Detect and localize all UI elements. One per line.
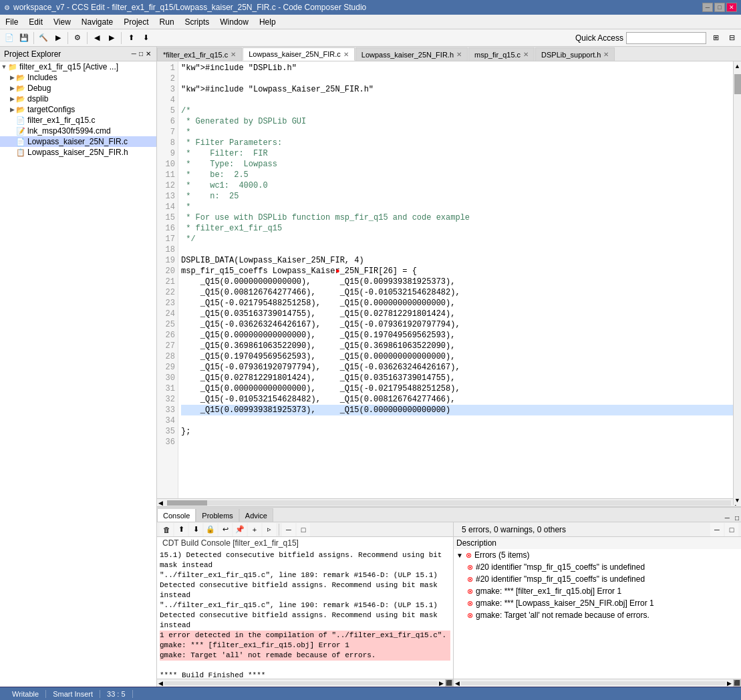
console-sep bbox=[279, 524, 279, 536]
tab-close-1[interactable]: ✕ bbox=[343, 51, 349, 58]
menu-item-navigate[interactable]: Navigate bbox=[76, 16, 118, 28]
tree-item-2[interactable]: ▶📂Debug bbox=[0, 83, 156, 94]
error-group-header[interactable]: ▼⊗Errors (5 items) bbox=[454, 549, 741, 561]
console-open-button[interactable]: ▹ bbox=[263, 523, 276, 536]
menu-item-help[interactable]: Help bbox=[254, 16, 281, 28]
h-scroll-track[interactable] bbox=[167, 500, 731, 506]
console-pin-button[interactable]: 📌 bbox=[233, 523, 247, 536]
console-scrollbar-left[interactable]: ◀ bbox=[157, 680, 164, 687]
tree-item-4[interactable]: ▶📂targetConfigs bbox=[0, 104, 156, 115]
back-button[interactable]: ◀ bbox=[90, 31, 104, 45]
console-new-button[interactable]: + bbox=[248, 523, 261, 536]
bottom-minimize-button[interactable]: ─ bbox=[723, 514, 732, 522]
bottom-tab-1[interactable]: Problems bbox=[196, 508, 239, 522]
tab-close-4[interactable]: ✕ bbox=[603, 51, 609, 58]
problem-item-4[interactable]: ⊗gmake: Target 'all' not remade because … bbox=[454, 609, 741, 621]
tab-close-0[interactable]: ✕ bbox=[231, 51, 236, 58]
bottom-tab-0[interactable]: Console bbox=[157, 508, 196, 522]
tree-item-0[interactable]: ▼📁filter_ex1_fir_q15 [Active ...] bbox=[0, 61, 156, 72]
problem-item-3[interactable]: ⊗gmake: *** [Lowpass_kaiser_25N_FIR.obj]… bbox=[454, 597, 741, 609]
editor-tab-3[interactable]: msp_fir_q15.c✕ bbox=[468, 47, 535, 61]
save-button[interactable]: 💾 bbox=[17, 31, 31, 45]
error-icon: ⊗ bbox=[467, 563, 473, 572]
debug-button[interactable]: ▶ bbox=[51, 31, 65, 45]
console-scroll-up[interactable]: ⬆ bbox=[174, 523, 188, 536]
problems-panel: 5 errors, 0 warnings, 0 others ─ □ Descr… bbox=[454, 522, 741, 687]
problems-resize[interactable]: ⬛ bbox=[733, 679, 741, 687]
sidebar-close-button[interactable]: ✕ bbox=[144, 50, 152, 57]
problem-item-1[interactable]: ⊗#20 identifier "msp_fir_q15_coeffs" is … bbox=[454, 573, 741, 585]
console-maximize-button[interactable]: □ bbox=[297, 523, 310, 536]
bottom-panel: ConsoleProblemsAdvice ─ □ 🗑 ⬆ ⬇ 🔒 ↩ 📌 + bbox=[157, 506, 741, 687]
code-content[interactable]: "kw">#include "DSPLib.h" "kw">#include "… bbox=[178, 61, 741, 498]
line-num-7: 7 bbox=[157, 127, 175, 138]
problems-scroll-right[interactable]: ▶ bbox=[726, 680, 733, 687]
tree-item-8[interactable]: 📋Lowpass_kaiser_25N_FIR.h bbox=[0, 147, 156, 158]
maximize-button[interactable]: □ bbox=[714, 3, 725, 12]
code-text-6: * Generated by DSPLib GUI bbox=[181, 116, 306, 127]
editor-tab-2[interactable]: Lowpass_kaiser_25N_FIR.h✕ bbox=[355, 47, 468, 61]
code-text-4 bbox=[181, 95, 186, 106]
code-line-11: * be: 2.5 bbox=[181, 170, 738, 180]
writable-status: Writable bbox=[5, 690, 46, 698]
console-resize-handle[interactable]: ⬛ bbox=[445, 679, 453, 687]
bottom-maximize-button[interactable]: □ bbox=[733, 514, 741, 522]
close-button[interactable]: ✕ bbox=[726, 3, 737, 12]
new-button[interactable]: 📄 bbox=[3, 31, 16, 45]
tab-close-3[interactable]: ✕ bbox=[523, 51, 529, 58]
scrollbar-thumb[interactable] bbox=[734, 74, 741, 94]
horizontal-scrollbar[interactable]: ◀ ▶ bbox=[157, 498, 741, 506]
tree-item-6[interactable]: 📝lnk_msp430fr5994.cmd bbox=[0, 126, 156, 136]
problems-scroll-left[interactable]: ◀ bbox=[454, 680, 461, 687]
scroll-down-button[interactable]: ▼ bbox=[733, 496, 741, 498]
tab-close-2[interactable]: ✕ bbox=[456, 51, 462, 58]
tree-label: Includes bbox=[27, 73, 57, 82]
bottom-tab-2[interactable]: Advice bbox=[239, 508, 273, 522]
tree-item-1[interactable]: ▶📂Includes bbox=[0, 72, 156, 83]
console-clear-button[interactable]: 🗑 bbox=[160, 523, 173, 536]
scroll-up-button[interactable]: ▲ bbox=[733, 61, 741, 71]
project-explorer: Project Explorer ─ □ ✕ ▼📁filter_ex1_fir_… bbox=[0, 47, 157, 687]
problem-item-0[interactable]: ⊗#20 identifier "msp_fir_q15_coeffs" is … bbox=[454, 561, 741, 573]
sidebar-header: Project Explorer ─ □ ✕ bbox=[0, 47, 156, 61]
sidebar-minimize-button[interactable]: ─ bbox=[130, 50, 138, 57]
code-line-16: * filter_ex1_fir_q15 bbox=[181, 223, 738, 234]
tree-item-5[interactable]: 📄filter_ex1_fir_q15.c bbox=[0, 115, 156, 126]
h-scroll-thumb[interactable] bbox=[167, 500, 207, 506]
tree-item-7[interactable]: 📄Lowpass_kaiser_25N_FIR.c bbox=[0, 136, 156, 147]
open-perspective-button[interactable]: ⊞ bbox=[709, 31, 722, 45]
editor-tab-0[interactable]: *filter_ex1_fir_q15.c✕ bbox=[157, 47, 242, 61]
tree-arrow: ▶ bbox=[8, 85, 16, 92]
menu-item-edit[interactable]: Edit bbox=[23, 16, 48, 28]
code-line-14: * bbox=[181, 202, 738, 212]
perspective-settings-button[interactable]: ⊟ bbox=[725, 31, 738, 45]
menu-item-project[interactable]: Project bbox=[118, 16, 154, 28]
search-prev-button[interactable]: ⬆ bbox=[124, 31, 138, 45]
problems-maximize-button[interactable]: □ bbox=[725, 523, 738, 536]
sidebar-maximize-button[interactable]: □ bbox=[138, 50, 144, 57]
minimize-button[interactable]: ─ bbox=[702, 3, 713, 12]
menu-item-window[interactable]: Window bbox=[214, 16, 254, 28]
tree-label: targetConfigs bbox=[27, 105, 75, 114]
console-output[interactable]: 15.1) Detected consecutive bitfield assi… bbox=[157, 549, 453, 679]
settings-button[interactable]: ⚙ bbox=[71, 31, 84, 45]
scroll-left-button[interactable]: ◀ bbox=[157, 500, 164, 506]
menu-item-view[interactable]: View bbox=[48, 16, 76, 28]
tree-item-3[interactable]: ▶📂dsplib bbox=[0, 94, 156, 104]
menu-item-scripts[interactable]: Scripts bbox=[180, 16, 215, 28]
menu-item-run[interactable]: Run bbox=[154, 16, 180, 28]
console-minimize-button[interactable]: ─ bbox=[282, 523, 295, 536]
forward-button[interactable]: ▶ bbox=[105, 31, 118, 45]
search-next-button[interactable]: ⬇ bbox=[139, 31, 152, 45]
console-scroll-down[interactable]: ⬇ bbox=[189, 523, 202, 536]
problem-item-2[interactable]: ⊗gmake: *** [filter_ex1_fir_q15.obj] Err… bbox=[454, 585, 741, 597]
editor-tab-4[interactable]: DSPLib_support.h✕ bbox=[535, 47, 615, 61]
editor-tab-1[interactable]: Lowpass_kaiser_25N_FIR.c✕ bbox=[243, 47, 355, 61]
console-wrap-button[interactable]: ↩ bbox=[218, 523, 232, 536]
problems-minimize-button[interactable]: ─ bbox=[710, 523, 724, 536]
console-scrollbar-right[interactable]: ▶ bbox=[438, 680, 445, 687]
quick-access-input[interactable] bbox=[626, 32, 706, 44]
menu-item-file[interactable]: File bbox=[0, 16, 23, 28]
console-lock-button[interactable]: 🔒 bbox=[204, 523, 217, 536]
build-button[interactable]: 🔨 bbox=[37, 31, 50, 45]
